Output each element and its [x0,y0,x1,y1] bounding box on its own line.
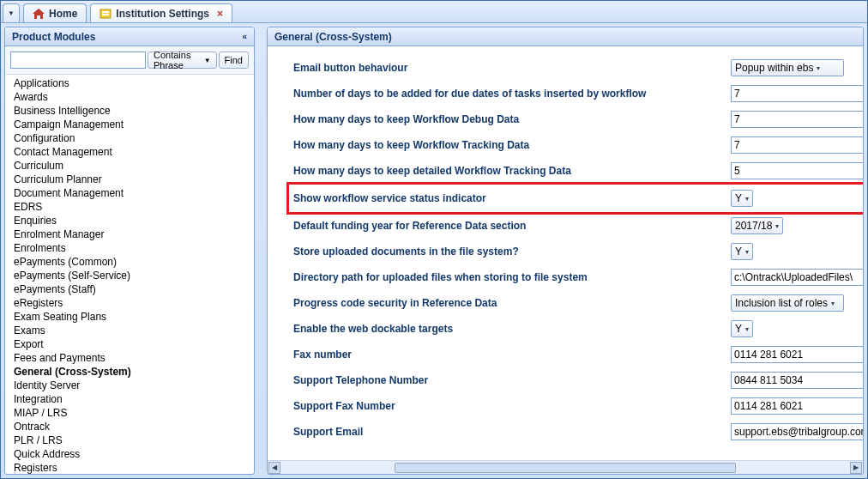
setting-text-input[interactable] [731,423,863,440]
tab-settings-label: Institution Settings [116,8,209,20]
settings-row: Support Email [293,419,863,445]
setting-control: Y▾ [731,320,863,337]
sidebar-item[interactable]: ePayments (Common) [14,255,254,269]
setting-label: How many days to keep Workflow Tracking … [293,139,731,151]
setting-dropdown-value: Inclusion list of roles [735,297,828,309]
sidebar-item[interactable]: ePayments (Staff) [14,282,254,296]
svg-rect-2 [102,11,109,13]
sidebar-item[interactable]: Enrolments [14,241,254,255]
setting-control [731,397,863,415]
tab-home[interactable]: Home [23,3,87,22]
setting-dropdown[interactable]: 2017/18▾ [731,217,783,234]
sidebar-item[interactable]: General (Cross-System) [14,365,254,379]
settings-header: General (Cross-System) [268,27,863,46]
horizontal-scrollbar[interactable]: ◀ ▶ [268,460,863,474]
sidebar-item[interactable]: Enquiries [14,214,254,227]
settings-row: Store uploaded documents in the file sys… [293,239,863,264]
setting-text-input[interactable] [731,136,863,154]
settings-row: Default funding year for Reference Data … [293,213,863,239]
chevron-down-icon: ▼ [8,9,15,17]
setting-text-input[interactable] [731,269,863,286]
scroll-thumb[interactable] [395,463,735,473]
setting-text-input[interactable] [731,111,863,128]
setting-label: Directory path for uploaded files when s… [293,271,731,283]
sidebar-item[interactable]: Enrolment Manager [14,227,254,241]
sidebar-item[interactable]: Applications [14,76,254,90]
svg-marker-0 [33,9,45,19]
setting-label: How many days to keep detailed Workflow … [293,165,731,177]
sidebar-item[interactable]: Campaign Management [14,118,254,131]
setting-dropdown-value: Popup within ebs [735,62,813,74]
collapse-icon[interactable]: « [242,32,247,41]
setting-dropdown[interactable]: Y▾ [731,243,753,260]
sidebar-item[interactable]: Identity Server [14,379,254,392]
tab-institution-settings[interactable]: Institution Settings × [90,3,232,22]
setting-label: Number of days to be added for due dates… [293,88,731,100]
setting-label: Support Telephone Number [293,374,731,386]
module-list[interactable]: ApplicationsAwardsBusiness IntelligenceC… [5,75,254,474]
sidebar-item[interactable]: Export [14,337,254,351]
sidebar-item[interactable]: eRegisters [14,296,254,310]
sidebar-item[interactable]: Business Intelligence [14,104,254,118]
sidebar-header: Product Modules « [5,27,254,46]
filter-mode-label: Contains Phrase [154,50,204,70]
setting-text-input[interactable] [731,346,863,363]
sidebar-item[interactable]: Exams [14,324,254,337]
sidebar-item[interactable]: Ontrack [14,420,254,434]
sidebar-item[interactable]: EDRS [14,200,254,214]
setting-label: Fax number [293,349,731,361]
settings-row: Enable the web dockable targetsY▾ [293,316,863,342]
filter-row: Contains Phrase ▼ Find [5,46,254,75]
home-icon [33,9,45,19]
chevron-down-icon: ▾ [775,222,779,230]
setting-dropdown[interactable]: Y▾ [731,320,753,337]
sidebar-item[interactable]: Integration [14,392,254,406]
scroll-left-button[interactable]: ◀ [268,462,280,474]
tab-strip: ▼ Home Institution Settings × [1,1,867,23]
setting-control [731,269,863,286]
scroll-right-button[interactable]: ▶ [850,462,862,474]
find-button[interactable]: Find [219,52,249,69]
sidebar-item[interactable]: Document Management [14,186,254,200]
setting-control [731,372,863,389]
module-search-input[interactable] [10,52,146,69]
setting-label: Enable the web dockable targets [293,323,731,335]
settings-row: Progress code security in Reference Data… [293,290,863,316]
setting-label: How many days to keep Workflow Debug Dat… [293,113,731,125]
tab-close-button[interactable]: × [217,8,223,20]
sidebar-item[interactable]: Contact Management [14,145,254,159]
setting-dropdown[interactable]: Inclusion list of roles▾ [731,294,844,312]
setting-control [731,111,863,128]
setting-label: Default funding year for Reference Data … [293,220,731,232]
sidebar-item[interactable]: PLR / LRS [14,434,254,447]
setting-text-input[interactable] [731,372,863,389]
splitter-handle[interactable] [258,27,263,475]
sidebar-item[interactable]: Quick Address [14,447,254,461]
app-menu-dropdown[interactable]: ▼ [3,3,20,22]
sidebar-item[interactable]: Curriculum [14,159,254,173]
sidebar-item[interactable]: Exam Seating Plans [14,310,254,324]
setting-dropdown[interactable]: Popup within ebs▾ [731,59,844,76]
sidebar-item[interactable]: Configuration [14,131,254,145]
tab-home-label: Home [49,8,77,20]
sidebar-item[interactable]: Awards [14,90,254,104]
settings-row: Directory path for uploaded files when s… [293,264,863,290]
setting-dropdown-value: Y [735,246,742,258]
chevron-down-icon: ▾ [745,195,749,203]
sidebar-item[interactable]: Curriculum Planner [14,173,254,186]
settings-scroll[interactable]: Email button behaviourPopup within ebs▾N… [268,46,863,460]
setting-dropdown[interactable]: Y▾ [731,190,753,207]
sidebar-title: Product Modules [12,31,95,43]
setting-text-input[interactable] [731,162,863,179]
sidebar-item[interactable]: MIAP / LRS [14,406,254,420]
svg-rect-3 [102,14,109,15]
setting-text-input[interactable] [731,397,863,415]
sidebar-item[interactable]: Fees and Payments [14,351,254,365]
settings-row: Support Telephone Number [293,367,863,393]
setting-text-input[interactable] [731,85,863,102]
setting-control: Y▾ [731,243,863,260]
sidebar-item[interactable]: Registers [14,461,254,474]
setting-control [731,136,863,154]
filter-mode-dropdown[interactable]: Contains Phrase ▼ [148,52,217,69]
sidebar-item[interactable]: ePayments (Self-Service) [14,269,254,282]
